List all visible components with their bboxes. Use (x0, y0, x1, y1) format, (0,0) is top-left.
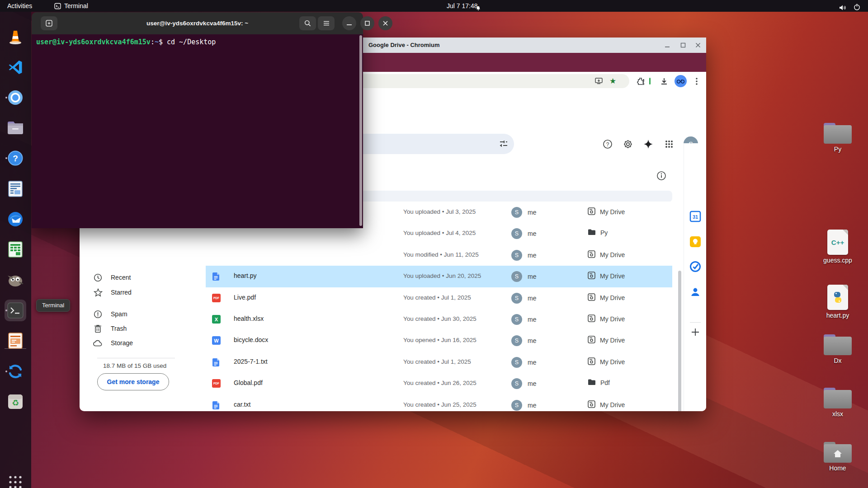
download-icon[interactable] (657, 72, 671, 90)
clock[interactable]: Jul 7 17:48 (447, 0, 478, 12)
file-name: car.txt (234, 401, 250, 408)
terminal-window: user@iv-yds6oxrdvkcva4f6m15v: ~ user@iv-… (32, 12, 363, 228)
desktop-icon-py[interactable]: Py (813, 123, 863, 153)
bookmark-star-icon[interactable]: ★ (609, 76, 616, 86)
file-name: Global.pdf (234, 379, 263, 386)
file-location[interactable]: My Drive (588, 314, 625, 324)
dock-item-terminal[interactable] (5, 300, 26, 321)
table-row[interactable]: Wbicycle.docxYou opened • Jun 16, 2025Sm… (206, 330, 672, 352)
terminal-close-button[interactable] (378, 16, 392, 30)
dock-item-files[interactable] (5, 117, 26, 139)
dock-item-chromium[interactable] (5, 87, 26, 108)
get-more-storage-button[interactable]: Get more storage (97, 373, 169, 390)
my-drive-icon (588, 207, 595, 216)
svg-text:31: 31 (693, 214, 698, 220)
dock: ?♻ (0, 12, 31, 488)
kebab-menu-icon[interactable] (690, 72, 703, 90)
terminal-maximize-button[interactable] (360, 16, 374, 30)
file-location[interactable]: Pdf (588, 379, 610, 387)
volume-icon[interactable] (839, 3, 846, 14)
desktop-icon-xlsx[interactable]: xlsx (813, 388, 863, 418)
terminal-menu-button[interactable] (318, 16, 335, 30)
desktop-icon-label: Py (813, 145, 863, 153)
owner-label: me (528, 380, 536, 387)
sidebar-divider (97, 358, 175, 358)
sidebar-item-starred[interactable]: Starred (93, 286, 202, 299)
settings-gear-icon[interactable] (620, 136, 636, 152)
dock-item-libreoffice-writer[interactable] (5, 178, 26, 200)
text-file-icon (212, 361, 220, 368)
sidebar-item-recent[interactable]: Recent (93, 271, 202, 284)
chromium-minimize-button[interactable] (663, 41, 672, 50)
file-location[interactable]: My Drive (588, 293, 625, 302)
focused-app-indicator[interactable]: Terminal (54, 0, 88, 12)
dock-item-trash[interactable]: ♻ (5, 391, 26, 413)
chromium-close-button[interactable] (693, 41, 703, 50)
desktop-icon-label: xlsx (813, 410, 863, 418)
file-location[interactable]: Py (588, 229, 608, 237)
desktop-icon-guess-cpp[interactable]: C++guess.cpp (813, 230, 863, 264)
tune-icon[interactable] (499, 139, 509, 150)
svg-text:♻: ♻ (12, 398, 19, 408)
desktop-icon-heart-py[interactable]: heart.py (813, 285, 863, 319)
profile-avatar[interactable] (674, 72, 687, 90)
terminal-search-button[interactable] (299, 16, 316, 30)
vlc-icon (7, 28, 24, 46)
sidebar-item-trash[interactable]: Trash (93, 322, 202, 335)
chromium-maximize-button[interactable] (679, 41, 688, 50)
file-location[interactable]: My Drive (588, 400, 625, 409)
desktop-icon-dx[interactable]: Dx (813, 334, 863, 364)
dock-item-thunderbird[interactable] (5, 208, 26, 230)
dock-item-vlc[interactable] (5, 26, 26, 48)
terminal-command: cd ~/Desktop (167, 38, 216, 46)
extensions-icon[interactable] (634, 72, 647, 90)
table-row[interactable]: 2025-7-1.txtYou created • Jul 1, 2025Sme… (206, 352, 672, 374)
terminal-icon (7, 302, 24, 319)
file-reason: You modified • Jun 11, 2025 (403, 251, 479, 258)
terminal-titlebar[interactable]: user@iv-yds6oxrdvkcva4f6m15v: ~ (32, 12, 363, 35)
add-icon[interactable] (688, 324, 703, 340)
activities-button[interactable]: Activities (7, 0, 32, 12)
desktop-icon-home[interactable]: Home (813, 442, 863, 472)
file-reason: You created • Jul 1, 2025 (403, 358, 471, 365)
table-row[interactable]: Xhealth.xlsxYou created • Jun 30, 2025Sm… (206, 309, 672, 331)
keep-icon[interactable] (688, 234, 703, 249)
dock-item-gimp[interactable] (5, 269, 26, 291)
file-location[interactable]: My Drive (588, 207, 625, 216)
sidebar-item-storage[interactable]: Storage (93, 336, 202, 350)
tasks-icon[interactable] (688, 259, 703, 274)
file-location[interactable]: My Drive (588, 250, 625, 259)
vscode-icon (7, 59, 24, 75)
list-scrollbar[interactable] (678, 271, 681, 411)
pdf-file-icon: PDF (212, 294, 221, 302)
terminal-prompt-line: user@iv-yds6oxrdvkcva4f6m15v:~$ cd ~/Des… (36, 38, 216, 46)
terminal-content[interactable]: user@iv-yds6oxrdvkcva4f6m15v:~$ cd ~/Des… (32, 34, 363, 228)
file-location[interactable]: My Drive (588, 357, 625, 366)
trash-icon: ♻ (7, 394, 24, 410)
dock-item-libreoffice-calc[interactable] (5, 239, 26, 260)
table-row[interactable]: PDFGlobal.pdfYou created • Jun 26, 2025S… (206, 373, 672, 395)
help-icon[interactable]: ? (600, 136, 615, 152)
spreadsheet-file-icon: X (212, 315, 221, 324)
table-row[interactable]: PDFLive.pdfYou created • Jul 1, 2025SmeM… (206, 287, 672, 310)
table-row[interactable]: You modified • Jun 11, 2025SmeMy Drive (206, 244, 672, 267)
dock-item-software-updater[interactable] (5, 361, 26, 382)
gemini-sparkle-icon[interactable] (641, 136, 656, 152)
terminal-scrollbar[interactable] (359, 35, 362, 226)
install-icon[interactable] (595, 78, 603, 86)
power-icon[interactable] (854, 2, 860, 14)
table-row[interactable]: car.txtYou created • Jun 25, 2025SmeMy D… (206, 394, 672, 411)
libreoffice-impress-icon (8, 333, 23, 349)
dock-item-vscode[interactable] (5, 56, 26, 78)
dock-item-help[interactable]: ? (5, 147, 26, 169)
file-location[interactable]: My Drive (588, 336, 625, 345)
calendar-icon[interactable]: 31 (688, 209, 703, 224)
file-location[interactable]: My Drive (588, 272, 625, 281)
sidebar-item-spam[interactable]: Spam (93, 307, 202, 321)
info-icon[interactable] (656, 171, 666, 181)
table-row[interactable]: heart.pyYou uploaded • Jun 20, 2025SmeMy… (206, 266, 672, 288)
dock-item-app-grid[interactable] (5, 471, 26, 488)
contacts-icon[interactable] (688, 284, 703, 300)
apps-grid-icon[interactable] (661, 136, 677, 152)
terminal-minimize-button[interactable] (342, 16, 356, 30)
